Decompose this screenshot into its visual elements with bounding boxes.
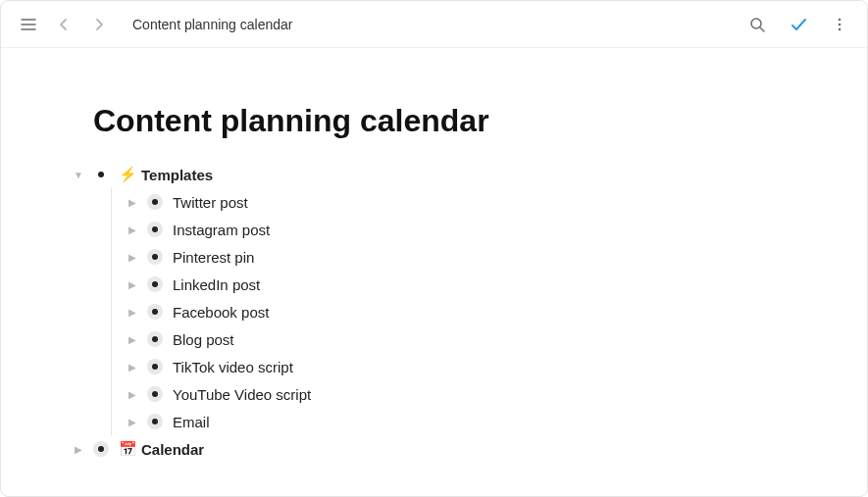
bullet-icon [147,304,163,320]
bullet-icon [147,276,163,292]
tree-item[interactable]: ▶Blog post [126,325,867,353]
bullet-icon [147,414,163,429]
bullet-icon [147,194,163,210]
chevron-right-icon[interactable]: ▶ [126,334,139,345]
outline-tree: ▼ ⚡ Templates ▶Twitter post▶Instagram po… [93,161,867,463]
more-icon[interactable] [828,13,851,36]
lightning-icon: ⚡ [119,166,137,183]
tree-item[interactable]: ▶TikTok video script [126,353,867,380]
chevron-right-icon[interactable]: ▶ [126,307,139,318]
tree-item-label: Email [173,414,210,430]
bullet-icon [147,331,163,347]
bullet-icon [93,441,109,457]
tree-item-calendar[interactable]: ▶ 📅 Calendar [72,435,867,463]
templates-children: ▶Twitter post▶Instagram post▶Pinterest p… [111,188,867,435]
tree-item-label: Blog post [173,331,234,348]
bullet-icon [147,359,163,374]
svg-point-5 [839,18,842,21]
chevron-right-icon[interactable]: ▶ [72,444,85,455]
calendar-icon: 📅 [119,440,137,458]
tree-item-label: Calendar [141,441,204,458]
topbar-right [745,13,851,36]
forward-icon[interactable] [87,13,111,36]
tree-item-label: Twitter post [173,194,248,211]
chevron-right-icon[interactable]: ▶ [126,279,139,290]
breadcrumb[interactable]: Content planning calendar [132,17,292,32]
tree-item[interactable]: ▶LinkedIn post [126,271,867,298]
tree-item[interactable]: ▶Email [126,408,867,435]
bullet-icon [147,386,163,402]
topbar-left: Content planning calendar [17,13,292,36]
bullet-icon [93,167,109,182]
chevron-right-icon[interactable]: ▶ [126,224,139,235]
tree-item[interactable]: ▶YouTube Video script [126,380,867,408]
tree-item-label: Facebook post [173,304,269,321]
svg-point-6 [839,23,842,25]
tree-item[interactable]: ▶Pinterest pin [126,243,867,271]
page-content: Content planning calendar ▼ ⚡ Templates … [1,48,867,463]
tree-item-label: Pinterest pin [173,249,254,266]
bullet-icon [147,249,163,265]
chevron-right-icon[interactable]: ▶ [126,417,139,427]
tree-item[interactable]: ▶Twitter post [126,188,867,216]
chevron-right-icon[interactable]: ▶ [126,197,139,208]
tree-item-label: Templates [141,167,213,183]
tree-item-label: LinkedIn post [173,276,260,293]
chevron-right-icon[interactable]: ▶ [126,252,139,263]
tree-item-templates[interactable]: ▼ ⚡ Templates [72,161,867,188]
chevron-down-icon[interactable]: ▼ [72,170,85,180]
menu-icon[interactable] [17,13,40,36]
tree-item-label: Instagram post [173,222,270,238]
back-icon[interactable] [52,13,76,36]
svg-point-7 [839,27,842,30]
tree-item-label: TikTok video script [173,359,293,375]
page-title: Content planning calendar [93,103,867,139]
svg-line-4 [760,27,764,31]
check-icon[interactable] [787,13,810,36]
tree-item[interactable]: ▶Instagram post [126,216,867,243]
chevron-right-icon[interactable]: ▶ [126,362,139,373]
tree-item-label: YouTube Video script [173,386,311,403]
chevron-right-icon[interactable]: ▶ [126,389,139,400]
tree-item[interactable]: ▶Facebook post [126,298,867,325]
search-icon[interactable] [745,13,769,36]
bullet-icon [147,222,163,237]
topbar: Content planning calendar [1,1,867,48]
